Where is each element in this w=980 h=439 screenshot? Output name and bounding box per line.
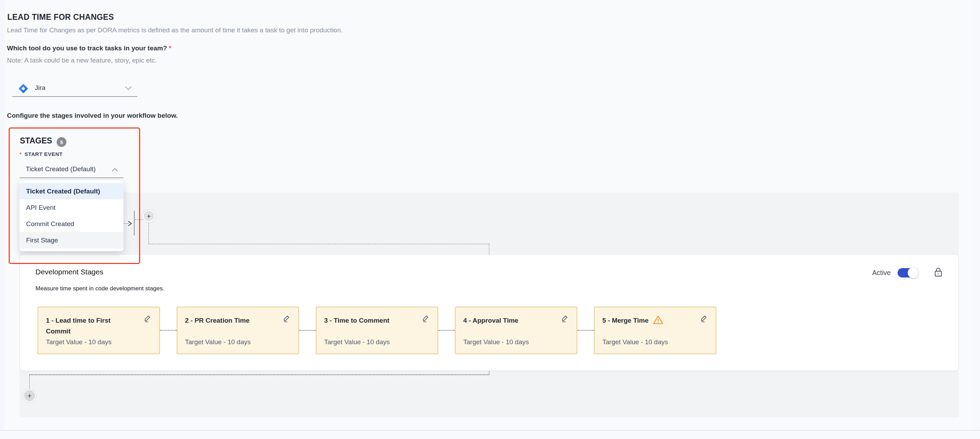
chevron-up-icon [111,167,118,172]
start-event-select[interactable]: Ticket Created (Default) [19,163,124,178]
stage-connector [160,330,177,331]
task-tool-value: Jira [35,84,46,92]
select-underline [12,96,137,97]
stage-target-value: Target Value - 10 days [324,338,390,346]
start-event-dropdown: Ticket Created (Default) API Event Commi… [19,180,124,251]
start-node-edge-line [134,211,135,236]
chevron-down-icon [124,86,132,90]
stage-card-2[interactable]: 2 - PR Creation Time Target Value - 10 d… [177,307,299,354]
tool-question-note: Note: A task could be a new feature, sto… [7,57,157,64]
edit-icon[interactable] [282,314,291,323]
workflow-connector [148,223,149,244]
plus-icon: + [144,211,154,221]
stage-card-3[interactable]: 3 - Time to Comment Target Value - 10 da… [316,307,438,354]
start-event-value: Ticket Created (Default) [26,165,95,173]
dropdown-option-ticket-created[interactable]: Ticket Created (Default) [19,183,124,200]
active-toggle-label: Active [872,269,891,277]
plus-icon: + [24,390,35,401]
stage-card-5[interactable]: 5 - Merge Time Target Value - 10 days [594,307,716,354]
select-underline [19,178,124,178]
workflow-connector [148,244,489,244]
stage-target-value: Target Value - 10 days [463,338,529,346]
tool-question-label: Which tool do you use to track tasks in … [7,44,172,52]
stages-count-badge: 5 [57,137,67,147]
workflow-connector [30,374,489,375]
edit-icon[interactable] [422,314,430,323]
edit-icon[interactable] [561,314,569,323]
stages-heading: STAGES [20,136,52,146]
workflow-connector [489,244,489,254]
lock-icon[interactable] [933,267,943,278]
dropdown-option-commit-created[interactable]: Commit Created [19,216,124,232]
stage-name: 5 - Merge Time [602,315,706,326]
warning-icon [653,315,663,325]
stage-connector [438,330,455,331]
required-asterisk: * [169,44,172,52]
lead-time-config-page: LEAD TIME FOR CHANGES Lead Time for Chan… [0,0,980,439]
task-tool-select[interactable]: Jira [12,81,137,97]
page-description: Lead Time for Changes as per DORA metric… [7,26,342,34]
configure-instruction: Configure the stages involved in your wo… [7,112,178,119]
page-title: LEAD TIME FOR CHANGES [7,13,114,22]
dropdown-option-api-event[interactable]: API Event [19,200,124,216]
active-toggle[interactable] [897,268,918,277]
stage-target-value: Target Value - 10 days [185,338,251,346]
edit-icon[interactable] [143,314,152,323]
page-bottom-strip [0,431,980,439]
edit-icon[interactable] [700,314,708,323]
stage-name: 3 - Time to Comment [324,315,411,326]
add-stage-button-top[interactable]: + [142,209,156,223]
stage-name: 1 - Lead time to First Commit [46,315,133,336]
toggle-knob [908,268,918,278]
required-asterisk: * [19,151,22,157]
stage-target-value: Target Value - 10 days [46,338,111,346]
workflow-connector [489,371,489,374]
stage-name: 4 - Approval Time [463,315,550,326]
stage-connector [299,330,316,331]
stage-group-subtitle: Measure time spent in code development s… [35,285,164,292]
workflow-connector [29,375,30,389]
start-event-label: *START EVENT [19,151,63,157]
stage-card-1[interactable]: 1 - Lead time to First Commit Target Val… [38,307,160,354]
page-right-margin [972,0,980,439]
stage-target-value: Target Value - 10 days [602,338,668,346]
jira-logo-icon [18,83,29,94]
arrow-right-icon [127,220,133,227]
page-left-margin [0,0,5,439]
stage-group-title: Development Stages [35,268,103,276]
stage-name: 2 - PR Creation Time [185,315,272,326]
add-stage-button-bottom[interactable]: + [22,389,37,403]
dropdown-option-first-stage[interactable]: First Stage [19,232,124,248]
stage-connector [577,330,594,331]
stage-card-4[interactable]: 4 - Approval Time Target Value - 10 days [455,307,577,354]
